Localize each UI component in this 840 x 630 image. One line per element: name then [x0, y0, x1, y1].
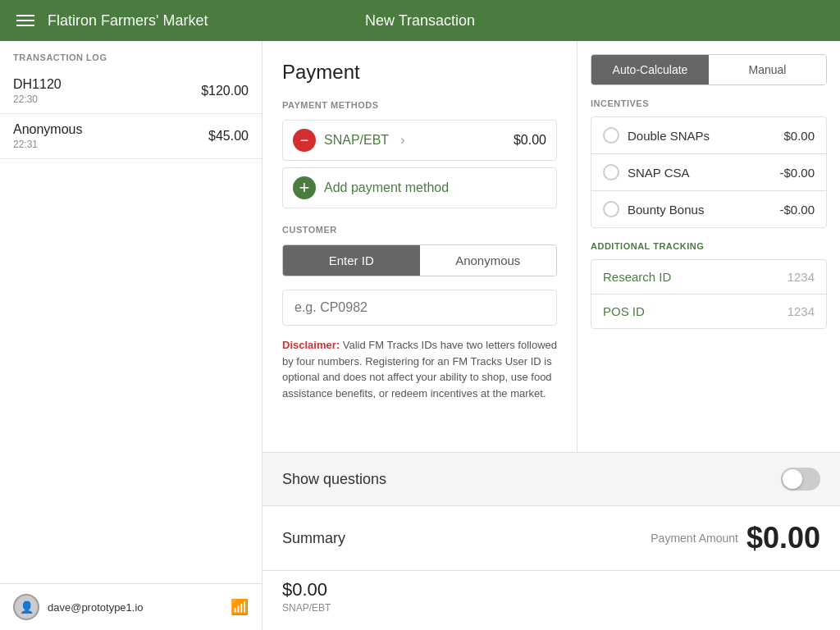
- payment-methods-label: PAYMENT METHODS: [282, 100, 557, 110]
- incentive-name: SNAP CSA: [628, 166, 690, 180]
- add-payment-label: Add payment method: [324, 180, 449, 195]
- calc-toggle: Auto-Calculate Manual: [591, 54, 827, 85]
- incentive-name: Double SNAPs: [628, 129, 710, 143]
- disclaimer-label: Disclaimer:: [282, 339, 340, 351]
- transaction-id: Anonymous: [13, 122, 83, 137]
- sidebar-footer: 👤 dave@prototype1.io 📶: [0, 583, 262, 630]
- customer-toggle: Enter ID Anonymous: [282, 244, 557, 276]
- app-header: Flatiron Farmers' Market New Transaction: [0, 0, 840, 41]
- transaction-item[interactable]: DH1120 22:30 $120.00: [0, 69, 262, 114]
- summary-label: Summary: [282, 530, 345, 547]
- avatar: 👤: [13, 594, 39, 620]
- wifi-icon: 📶: [231, 598, 249, 616]
- transaction-time: 22:30: [13, 94, 62, 105]
- transaction-time: 22:31: [13, 139, 83, 150]
- transaction-id: DH1120: [13, 77, 62, 92]
- snap-ebt-row: − SNAP/EBT › $0.00: [282, 120, 557, 161]
- payment-title: Payment: [282, 61, 557, 84]
- add-payment-row[interactable]: + Add payment method: [282, 167, 557, 208]
- tracking-section: ADDITIONAL TRACKING Research ID 1234 POS…: [578, 228, 840, 329]
- breakdown-row: $0.00 SNAP/EBT: [282, 579, 820, 614]
- research-id-row[interactable]: Research ID 1234: [591, 260, 826, 294]
- toggle-thumb: [783, 469, 802, 489]
- manual-button[interactable]: Manual: [709, 55, 826, 84]
- user-info: 👤 dave@prototype1.io: [13, 594, 144, 620]
- incentive-amount: $0.00: [783, 129, 815, 143]
- snap-csa-radio[interactable]: [603, 164, 619, 180]
- incentive-amount: -$0.00: [779, 203, 815, 217]
- incentives-table: Double SNAPs $0.00 SNAP CSA -$0.00: [591, 116, 827, 228]
- show-questions-section: Show questions: [262, 452, 840, 505]
- pos-id-row[interactable]: POS ID 1234: [591, 294, 826, 328]
- transaction-amount: $120.00: [201, 84, 249, 98]
- customer-section: CUSTOMER Enter ID Anonymous Disclaimer: …: [282, 225, 557, 401]
- transaction-log-label: TRANSACTION LOG: [0, 41, 262, 69]
- incentive-row: Double SNAPs $0.00: [591, 117, 826, 154]
- tracking-table: Research ID 1234 POS ID 1234: [591, 259, 827, 329]
- customer-label: CUSTOMER: [282, 225, 557, 235]
- incentive-row: SNAP CSA -$0.00: [591, 154, 826, 191]
- remove-payment-button[interactable]: −: [293, 129, 316, 152]
- research-id-label: Research ID: [603, 270, 671, 284]
- transaction-item[interactable]: Anonymous 22:31 $45.00: [0, 114, 262, 159]
- chevron-right-icon: ›: [400, 133, 404, 148]
- payment-amount-label: Payment Amount: [651, 532, 738, 545]
- payment-panel: Payment PAYMENT METHODS − SNAP/EBT › $0.…: [262, 41, 578, 452]
- bounty-bonus-radio[interactable]: [603, 201, 619, 217]
- incentive-row: Bounty Bonus -$0.00: [591, 191, 826, 227]
- menu-button[interactable]: [16, 15, 34, 26]
- tracking-label: ADDITIONAL TRACKING: [591, 241, 827, 251]
- summary-amount-group: Payment Amount $0.00: [651, 521, 820, 555]
- snap-ebt-amount: $0.00: [514, 133, 546, 148]
- sidebar: TRANSACTION LOG DH1120 22:30 $120.00 Ano…: [0, 41, 262, 630]
- show-questions-toggle[interactable]: [781, 468, 820, 491]
- customer-id-input[interactable]: [282, 290, 557, 326]
- auto-calculate-button[interactable]: Auto-Calculate: [591, 55, 709, 84]
- breakdown-amount: $0.00: [282, 579, 327, 600]
- pos-id-value: 1234: [788, 304, 815, 318]
- content-area: Payment PAYMENT METHODS − SNAP/EBT › $0.…: [262, 41, 840, 630]
- incentive-name: Bounty Bonus: [628, 203, 704, 217]
- summary-section: Summary Payment Amount $0.00: [262, 505, 840, 570]
- app-name: Flatiron Farmers' Market: [48, 12, 208, 30]
- incentives-label: INCENTIVES: [591, 98, 827, 108]
- add-payment-button[interactable]: +: [293, 176, 316, 199]
- right-panel: Auto-Calculate Manual INCENTIVES Double …: [578, 41, 840, 452]
- incentive-amount: -$0.00: [779, 166, 815, 180]
- double-snaps-radio[interactable]: [603, 127, 619, 144]
- incentives-section: INCENTIVES Double SNAPs $0.00: [578, 98, 840, 228]
- pos-id-label: POS ID: [603, 304, 645, 318]
- show-questions-label: Show questions: [282, 471, 386, 488]
- page-title: New Transaction: [365, 12, 475, 30]
- breakdown-label: SNAP/EBT: [282, 602, 331, 614]
- anonymous-button[interactable]: Anonymous: [420, 245, 557, 276]
- main-content: Payment PAYMENT METHODS − SNAP/EBT › $0.…: [262, 41, 840, 452]
- disclaimer-text: Disclaimer: Valid FM Tracks IDs have two…: [282, 337, 557, 401]
- payment-amount-value: $0.00: [746, 521, 820, 555]
- enter-id-button[interactable]: Enter ID: [283, 245, 420, 276]
- summary-breakdown: $0.00 SNAP/EBT: [262, 570, 840, 630]
- transaction-amount: $45.00: [208, 129, 249, 144]
- research-id-value: 1234: [788, 270, 815, 284]
- snap-ebt-label: SNAP/EBT: [324, 133, 389, 148]
- user-email: dave@prototype1.io: [48, 601, 144, 614]
